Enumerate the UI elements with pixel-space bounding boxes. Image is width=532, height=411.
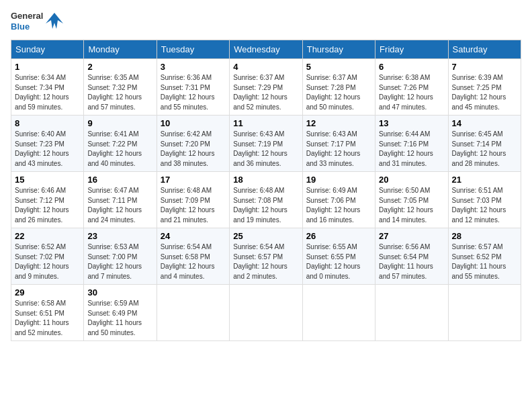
- calendar-cell: 30Sunrise: 6:59 AMSunset: 6:49 PMDayligh…: [84, 285, 157, 341]
- day-number: 14: [452, 118, 517, 128]
- day-number: 12: [306, 118, 371, 128]
- week-row-4: 22Sunrise: 6:52 AMSunset: 7:02 PMDayligh…: [11, 228, 521, 285]
- calendar-cell: [302, 285, 375, 341]
- calendar-cell: 21Sunrise: 6:51 AMSunset: 7:03 PMDayligh…: [448, 172, 521, 228]
- calendar-cell: 8Sunrise: 6:40 AMSunset: 7:23 PMDaylight…: [11, 116, 84, 172]
- calendar-cell: 3Sunrise: 6:36 AMSunset: 7:31 PMDaylight…: [157, 59, 229, 116]
- day-number: 8: [15, 118, 80, 128]
- day-number: 22: [15, 231, 80, 241]
- week-row-2: 8Sunrise: 6:40 AMSunset: 7:23 PMDaylight…: [11, 116, 521, 172]
- day-info: Sunrise: 6:52 AMSunset: 7:02 PMDaylight:…: [15, 242, 80, 281]
- logo-bird-icon: [44, 11, 64, 32]
- calendar-cell: 13Sunrise: 6:44 AMSunset: 7:16 PMDayligh…: [375, 116, 448, 172]
- calendar-cell: 5Sunrise: 6:37 AMSunset: 7:28 PMDaylight…: [302, 59, 375, 116]
- calendar-cell: 4Sunrise: 6:37 AMSunset: 7:29 PMDaylight…: [230, 59, 302, 116]
- day-info: Sunrise: 6:54 AMSunset: 6:58 PMDaylight:…: [161, 242, 226, 281]
- day-number: 18: [233, 175, 298, 185]
- day-number: 26: [306, 231, 371, 241]
- day-number: 6: [379, 62, 444, 72]
- page-header: General Blue: [11, 11, 521, 32]
- day-info: Sunrise: 6:43 AMSunset: 7:17 PMDaylight:…: [306, 130, 371, 169]
- day-info: Sunrise: 6:49 AMSunset: 7:06 PMDaylight:…: [306, 186, 371, 225]
- calendar-cell: 17Sunrise: 6:48 AMSunset: 7:09 PMDayligh…: [157, 172, 229, 228]
- day-info: Sunrise: 6:56 AMSunset: 6:54 PMDaylight:…: [379, 242, 444, 281]
- day-number: 15: [15, 175, 80, 185]
- calendar-cell: 20Sunrise: 6:50 AMSunset: 7:05 PMDayligh…: [375, 172, 448, 228]
- day-info: Sunrise: 6:40 AMSunset: 7:23 PMDaylight:…: [15, 130, 80, 169]
- calendar-cell: [448, 285, 521, 341]
- calendar-cell: 7Sunrise: 6:39 AMSunset: 7:25 PMDaylight…: [448, 59, 521, 116]
- col-header-friday: Friday: [375, 40, 448, 59]
- calendar-cell: 14Sunrise: 6:45 AMSunset: 7:14 PMDayligh…: [448, 116, 521, 172]
- calendar-cell: 22Sunrise: 6:52 AMSunset: 7:02 PMDayligh…: [11, 228, 84, 285]
- day-info: Sunrise: 6:44 AMSunset: 7:16 PMDaylight:…: [379, 130, 444, 169]
- col-header-tuesday: Tuesday: [157, 40, 229, 59]
- calendar-cell: 6Sunrise: 6:38 AMSunset: 7:26 PMDaylight…: [375, 59, 448, 116]
- col-header-sunday: Sunday: [11, 40, 84, 59]
- day-number: 29: [15, 287, 80, 298]
- col-header-monday: Monday: [84, 40, 157, 59]
- day-info: Sunrise: 6:47 AMSunset: 7:11 PMDaylight:…: [87, 186, 152, 225]
- day-number: 30: [87, 287, 152, 298]
- day-number: 10: [161, 118, 226, 128]
- logo: General Blue: [11, 11, 64, 32]
- day-number: 1: [15, 62, 80, 72]
- day-number: 11: [233, 118, 298, 128]
- day-info: Sunrise: 6:46 AMSunset: 7:12 PMDaylight:…: [15, 186, 80, 225]
- day-info: Sunrise: 6:51 AMSunset: 7:03 PMDaylight:…: [452, 186, 517, 225]
- day-info: Sunrise: 6:34 AMSunset: 7:34 PMDaylight:…: [15, 73, 80, 112]
- day-info: Sunrise: 6:58 AMSunset: 6:51 PMDaylight:…: [15, 299, 80, 338]
- day-number: 16: [87, 175, 152, 185]
- logo-line2: Blue: [11, 21, 43, 32]
- col-header-thursday: Thursday: [302, 40, 375, 59]
- day-number: 17: [161, 175, 226, 185]
- calendar-cell: 11Sunrise: 6:43 AMSunset: 7:19 PMDayligh…: [230, 116, 302, 172]
- day-number: 20: [379, 175, 444, 185]
- calendar-table: SundayMondayTuesdayWednesdayThursdayFrid…: [11, 40, 521, 341]
- calendar-cell: 9Sunrise: 6:41 AMSunset: 7:22 PMDaylight…: [84, 116, 157, 172]
- calendar-cell: 25Sunrise: 6:54 AMSunset: 6:57 PMDayligh…: [230, 228, 302, 285]
- calendar-cell: 29Sunrise: 6:58 AMSunset: 6:51 PMDayligh…: [11, 285, 84, 341]
- calendar-cell: 2Sunrise: 6:35 AMSunset: 7:32 PMDaylight…: [84, 59, 157, 116]
- day-info: Sunrise: 6:48 AMSunset: 7:09 PMDaylight:…: [161, 186, 226, 225]
- day-info: Sunrise: 6:37 AMSunset: 7:28 PMDaylight:…: [306, 73, 371, 112]
- calendar-cell: 18Sunrise: 6:48 AMSunset: 7:08 PMDayligh…: [230, 172, 302, 228]
- day-info: Sunrise: 6:55 AMSunset: 6:55 PMDaylight:…: [306, 242, 371, 281]
- day-info: Sunrise: 6:45 AMSunset: 7:14 PMDaylight:…: [452, 130, 517, 169]
- day-number: 19: [306, 175, 371, 185]
- day-info: Sunrise: 6:35 AMSunset: 7:32 PMDaylight:…: [87, 73, 152, 112]
- logo-line1: General: [11, 11, 43, 21]
- calendar-cell: 16Sunrise: 6:47 AMSunset: 7:11 PMDayligh…: [84, 172, 157, 228]
- calendar-cell: 19Sunrise: 6:49 AMSunset: 7:06 PMDayligh…: [302, 172, 375, 228]
- day-number: 13: [379, 118, 444, 128]
- calendar-cell: 27Sunrise: 6:56 AMSunset: 6:54 PMDayligh…: [375, 228, 448, 285]
- week-row-3: 15Sunrise: 6:46 AMSunset: 7:12 PMDayligh…: [11, 172, 521, 228]
- day-info: Sunrise: 6:50 AMSunset: 7:05 PMDaylight:…: [379, 186, 444, 225]
- day-info: Sunrise: 6:36 AMSunset: 7:31 PMDaylight:…: [161, 73, 226, 112]
- day-info: Sunrise: 6:39 AMSunset: 7:25 PMDaylight:…: [452, 73, 517, 112]
- day-info: Sunrise: 6:54 AMSunset: 6:57 PMDaylight:…: [233, 242, 298, 281]
- calendar-cell: 28Sunrise: 6:57 AMSunset: 6:52 PMDayligh…: [448, 228, 521, 285]
- calendar-cell: 24Sunrise: 6:54 AMSunset: 6:58 PMDayligh…: [157, 228, 229, 285]
- calendar-cell: 15Sunrise: 6:46 AMSunset: 7:12 PMDayligh…: [11, 172, 84, 228]
- calendar-cell: 10Sunrise: 6:42 AMSunset: 7:20 PMDayligh…: [157, 116, 229, 172]
- day-number: 28: [452, 231, 517, 241]
- calendar-cell: 26Sunrise: 6:55 AMSunset: 6:55 PMDayligh…: [302, 228, 375, 285]
- day-number: 25: [233, 231, 298, 241]
- day-info: Sunrise: 6:38 AMSunset: 7:26 PMDaylight:…: [379, 73, 444, 112]
- day-info: Sunrise: 6:57 AMSunset: 6:52 PMDaylight:…: [452, 242, 517, 281]
- day-number: 24: [161, 231, 226, 241]
- day-info: Sunrise: 6:41 AMSunset: 7:22 PMDaylight:…: [87, 130, 152, 169]
- day-info: Sunrise: 6:53 AMSunset: 7:00 PMDaylight:…: [87, 242, 152, 281]
- logo-container: General Blue: [11, 11, 64, 32]
- day-number: 3: [161, 62, 226, 72]
- logo-text-block: General Blue: [11, 11, 43, 32]
- day-info: Sunrise: 6:59 AMSunset: 6:49 PMDaylight:…: [87, 299, 152, 338]
- calendar-cell: 12Sunrise: 6:43 AMSunset: 7:17 PMDayligh…: [302, 116, 375, 172]
- day-number: 9: [87, 118, 152, 128]
- week-row-5: 29Sunrise: 6:58 AMSunset: 6:51 PMDayligh…: [11, 285, 521, 341]
- week-row-1: 1Sunrise: 6:34 AMSunset: 7:34 PMDaylight…: [11, 59, 521, 116]
- calendar-cell: 23Sunrise: 6:53 AMSunset: 7:00 PMDayligh…: [84, 228, 157, 285]
- svg-marker-0: [46, 13, 63, 29]
- day-number: 4: [233, 62, 298, 72]
